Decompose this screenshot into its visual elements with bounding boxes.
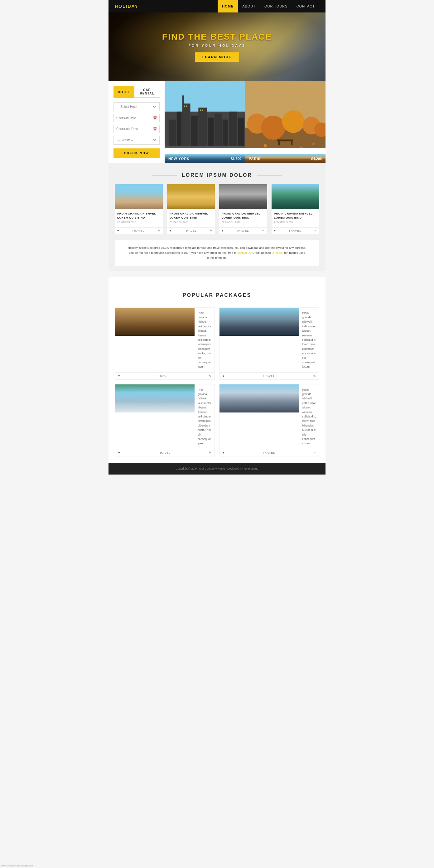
checkin-field[interactable]: 📅: [114, 114, 160, 122]
blog-date-1: 28 MARCH 2016: [117, 221, 160, 223]
svg-rect-16: [202, 110, 203, 111]
footer-copyright: Copyright © 2084 Your Company Name | Des…: [176, 467, 258, 470]
pkg-body-1: Proin gravida nibhvell velit auctor aliq…: [194, 308, 215, 372]
tab-car-rental[interactable]: CAR RENTAL: [134, 86, 160, 98]
hero-content: FIND THE BEST PLACE FOR YOUR HOLIDAYS LE…: [162, 32, 272, 62]
hero-subtitle: FOR YOUR HOLIDAYS: [162, 44, 272, 48]
pkg-card-inner-4: Proin gravida nibhvell velit auctor aliq…: [219, 384, 319, 449]
calendar-icon-2: 📅: [153, 127, 157, 131]
pkg-footer-2: ♥ TRAVEL ✎: [219, 372, 319, 379]
pkg-heart-3[interactable]: ♥: [118, 451, 120, 454]
blog-card-footer-1: ♥ TRAVEL ✎: [115, 227, 163, 234]
pkg-tag-2: TRAVEL: [262, 374, 275, 378]
svg-rect-8: [208, 118, 214, 148]
blog-card-2: PROIN GRAVIDA NIBHVEL LOREM QUIS BIND 26…: [167, 184, 215, 234]
blog-card-footer-2: ♥ TRAVEL ✎: [167, 227, 215, 234]
edit-icon-3[interactable]: ✎: [262, 229, 265, 232]
info-text-2: . Credit goes to: [251, 251, 272, 254]
blog-title-4: PROIN GRAVIDA NIBHVEL LOREM QUIS BIND: [274, 212, 317, 219]
dest-name-ny: NEW YORK: [168, 157, 190, 161]
svg-rect-13: [184, 105, 185, 106]
blog-card-4: PROIN GRAVIDA NIBHVEL LOREM QUIS BIND 22…: [272, 184, 319, 234]
pkg-edit-1[interactable]: ✎: [209, 374, 211, 378]
blog-card-3: PROIN GRAVIDA NIBHVEL LOREM QUIS BIND 22…: [219, 184, 267, 234]
pkg-heart-1[interactable]: ♥: [118, 374, 120, 378]
blog-card-1: PROIN GRAVIDA NIBHVEL LOREM QUIS BIND 28…: [115, 184, 163, 234]
pkg-card-3: Proin gravida nibhvell velit auctor aliq…: [115, 384, 215, 457]
site-logo: HOLIDAY: [115, 4, 138, 9]
blog-card-footer-3: ♥ TRAVEL ✎: [219, 227, 267, 234]
calendar-icon: 📅: [153, 116, 157, 120]
pkg-edit-3[interactable]: ✎: [209, 451, 211, 454]
nav-about[interactable]: ABOUT: [238, 0, 260, 12]
pkg-text-1: Proin gravida nibhvell velit auctor aliq…: [198, 311, 211, 369]
pkg-card-1: Proin gravida nibhvell velit auctor aliq…: [115, 307, 215, 380]
pkg-text-4: Proin gravida nibhvell velit auctor aliq…: [302, 388, 316, 446]
blog-thumb-1: [115, 184, 163, 209]
svg-rect-10: [223, 120, 228, 148]
pkg-thumb-1: [115, 308, 194, 336]
city-image-paris: [245, 81, 326, 148]
svg-rect-30: [278, 141, 280, 145]
booking-form: HOTEL CAR RENTAL -- Select Hotel -- 📅 📅 …: [108, 81, 165, 163]
lorem-section: LOREM IPSUM DOLOR PROIN GRAVIDA NIBHVEL …: [108, 163, 326, 271]
blog-card-footer-4: ♥ TRAVEL ✎: [272, 227, 319, 234]
blog-thumb-3: [219, 184, 267, 209]
svg-rect-2: [169, 120, 176, 148]
blog-date-4: 22 MARCH 2016: [274, 221, 317, 223]
heart-icon-4[interactable]: ♥: [274, 229, 276, 232]
nav-tours[interactable]: OUR TOURS: [260, 0, 292, 12]
blog-title-1: PROIN GRAVIDA NIBHVEL LOREM QUIS BIND: [117, 212, 160, 219]
hero-title-highlight: THE BEST: [188, 32, 236, 41]
dest-card-new-york[interactable]: NEW YORK $6,600: [165, 81, 245, 163]
guests-field[interactable]: -- Guests --: [114, 135, 160, 145]
dest-name-paris: PARIS: [249, 157, 261, 161]
pkg-heart-4[interactable]: ♥: [223, 451, 224, 454]
edit-icon-4[interactable]: ✎: [314, 229, 317, 232]
blog-tag-4: TRAVEL: [289, 229, 301, 232]
contact-link[interactable]: contact us: [237, 251, 251, 254]
checkin-input[interactable]: [116, 116, 153, 120]
edit-icon-1[interactable]: ✎: [158, 229, 160, 232]
blog-title-2: PROIN GRAVIDA NIBHVEL LOREM QUIS BIND: [169, 212, 213, 219]
pkg-tag-4: TRAVEL: [262, 451, 275, 454]
blog-date-2: 26 MARCH 2016: [169, 221, 213, 223]
pkg-footer-1: ♥ TRAVEL ✎: [115, 372, 215, 379]
pkg-card-4: Proin gravida nibhvell velit auctor aliq…: [219, 384, 319, 457]
tab-hotel[interactable]: HOTEL: [114, 86, 134, 98]
svg-rect-3: [177, 112, 182, 148]
unsplash-link[interactable]: Unspash: [272, 251, 283, 254]
checkout-input[interactable]: [116, 127, 153, 131]
nav-contact[interactable]: CONTACT: [292, 0, 319, 12]
blog-card-body-4: PROIN GRAVIDA NIBHVEL LOREM QUIS BIND 22…: [272, 209, 319, 227]
title-line-left: [152, 175, 177, 176]
pkg-edit-2[interactable]: ✎: [313, 374, 316, 378]
dest-price-ny: $6,600: [231, 157, 241, 161]
hotel-select-field[interactable]: -- Select Hotel --: [114, 102, 160, 111]
packages-section: POPULAR PACKAGES Proin gravida nibhvell …: [108, 277, 326, 463]
check-now-button[interactable]: CHECK NOW: [114, 148, 160, 158]
checkout-field[interactable]: 📅: [114, 125, 160, 133]
heart-icon-1[interactable]: ♥: [117, 229, 119, 232]
nav-links: HOME ABOUT OUR TOURS CONTACT: [218, 0, 319, 12]
dest-card-paris[interactable]: PARIS $4,200: [245, 81, 326, 163]
nav-home[interactable]: HOME: [218, 0, 238, 12]
title-line-right: [257, 175, 282, 176]
pkg-thumb-3: [115, 384, 194, 412]
guests-select[interactable]: -- Guests --: [116, 138, 157, 142]
hotel-select[interactable]: -- Select Hotel --: [116, 105, 157, 109]
pkg-heart-2[interactable]: ♥: [223, 374, 224, 378]
hero-section: FIND THE BEST PLACE FOR YOUR HOLIDAYS LE…: [108, 12, 326, 81]
heart-icon-3[interactable]: ♥: [222, 229, 223, 232]
packages-grid: Proin gravida nibhvell velit auctor aliq…: [115, 307, 319, 457]
hero-title: FIND THE BEST PLACE: [162, 32, 272, 42]
learn-more-button[interactable]: LEARN MORE: [195, 52, 239, 62]
destination-cards: NEW YORK $6,600: [165, 81, 326, 163]
pkg-edit-4[interactable]: ✎: [313, 451, 316, 454]
pkg-body-2: Proin gravida nibhvell velit auctor aliq…: [299, 308, 319, 372]
edit-icon-2[interactable]: ✎: [210, 229, 212, 232]
pkg-thumb-2: [219, 308, 299, 336]
heart-icon-2[interactable]: ♥: [169, 229, 171, 232]
pkg-body-4: Proin gravida nibhvell velit auctor aliq…: [299, 384, 319, 449]
blog-title-3: PROIN GRAVIDA NIBHVEL LOREM QUIS BIND: [222, 212, 265, 219]
